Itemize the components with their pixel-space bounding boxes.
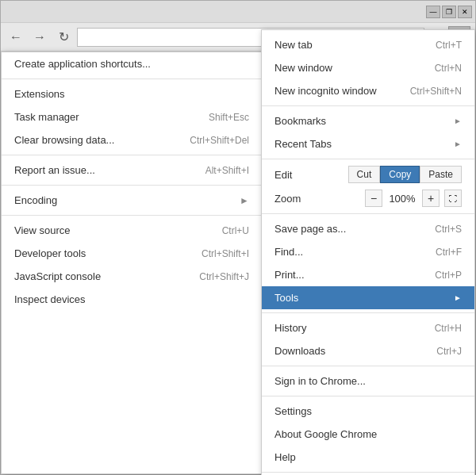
menu-shortcut: Ctrl+N xyxy=(435,63,462,74)
menu-item-new-window[interactable]: New window Ctrl+N xyxy=(262,56,474,79)
zoom-value: 100% xyxy=(387,193,417,205)
menu-item-label: History xyxy=(274,322,306,334)
left-submenu: Create application shortcuts... Extensio… xyxy=(1,52,263,474)
menu-item-report-issue[interactable]: Report an issue... Alt+Shift+I xyxy=(2,159,262,182)
zoom-out-button[interactable]: − xyxy=(365,190,382,207)
zoom-row: Zoom − 100% + ⛶ xyxy=(262,186,474,210)
menu-item-label: New tab xyxy=(274,39,313,51)
menu-item-downloads[interactable]: Downloads Ctrl+J xyxy=(262,339,474,362)
menu-item-new-incognito[interactable]: New incognito window Ctrl+Shift+N xyxy=(262,79,474,102)
edit-row: Edit Cut Copy Paste xyxy=(262,163,474,186)
menu-shortcut: Alt+Shift+I xyxy=(205,165,249,176)
menu-item-label: Encoding xyxy=(14,194,57,206)
menu-item-label: New window xyxy=(274,62,332,74)
menu-separator xyxy=(262,396,474,396)
menu-item-new-tab[interactable]: New tab Ctrl+T xyxy=(262,33,474,56)
menu-item-label: Sign in to Chrome... xyxy=(274,375,366,387)
menu-item-view-source[interactable]: View source Ctrl+U xyxy=(2,219,262,242)
submenu-arrow-icon: ► xyxy=(454,117,462,125)
menu-item-task-manager[interactable]: Task manager Shift+Esc xyxy=(2,105,262,128)
menu-separator xyxy=(2,185,262,186)
menu-item-help[interactable]: Help xyxy=(262,446,474,469)
menu-item-create-shortcuts[interactable]: Create application shortcuts... xyxy=(2,52,262,75)
window-controls: — ❐ ✕ xyxy=(426,6,472,18)
menu-item-settings[interactable]: Settings xyxy=(262,400,474,423)
cut-button[interactable]: Cut xyxy=(348,166,381,183)
menu-item-extensions[interactable]: Extensions xyxy=(2,82,262,105)
menu-separator xyxy=(262,159,474,159)
menu-item-label: Tools xyxy=(274,292,298,304)
menu-item-label: Print... xyxy=(274,269,305,281)
menu-item-label: Settings xyxy=(274,405,312,417)
right-menu: New tab Ctrl+T New window Ctrl+N New inc… xyxy=(261,29,475,475)
menu-item-javascript-console[interactable]: JavaScript console Ctrl+Shift+J xyxy=(2,265,262,288)
menu-shortcut: Ctrl+S xyxy=(435,224,462,235)
menu-separator xyxy=(262,213,474,214)
menu-item-label: Create application shortcuts... xyxy=(14,58,151,70)
submenu-arrow-icon: ► xyxy=(454,140,462,148)
minimize-button[interactable]: — xyxy=(426,6,440,18)
menu-item-inspect-devices[interactable]: Inspect devices xyxy=(2,288,262,311)
edit-label: Edit xyxy=(274,169,348,181)
menu-item-label: Inspect devices xyxy=(14,293,86,305)
menu-item-about[interactable]: About Google Chrome xyxy=(262,423,474,446)
menu-separator xyxy=(262,105,474,106)
menu-shortcut: Ctrl+U xyxy=(222,225,249,236)
fullscreen-button[interactable]: ⛶ xyxy=(444,190,462,207)
menu-item-label: View source xyxy=(14,224,71,236)
zoom-label: Zoom xyxy=(274,193,360,205)
menu-shortcut: Ctrl+T xyxy=(436,40,462,51)
menu-item-label: About Google Chrome xyxy=(274,428,377,440)
menu-shortcut: Ctrl+Shift+Del xyxy=(190,135,249,146)
menu-item-sign-in[interactable]: Sign in to Chrome... xyxy=(262,370,474,393)
menu-shortcut: Ctrl+Shift+N xyxy=(410,86,462,97)
menu-shortcut: Ctrl+P xyxy=(435,270,462,281)
back-button[interactable]: ← xyxy=(6,27,26,48)
submenu-arrow-icon: ► xyxy=(240,195,249,206)
paste-button[interactable]: Paste xyxy=(420,166,462,183)
menu-separator xyxy=(2,155,262,155)
menu-item-recent-tabs[interactable]: Recent Tabs ► xyxy=(262,132,474,155)
menu-separator xyxy=(262,366,474,366)
menu-item-label: Bookmarks xyxy=(274,115,326,127)
menu-item-label: Recent Tabs xyxy=(274,138,332,150)
menu-item-history[interactable]: History Ctrl+H xyxy=(262,316,474,339)
menu-item-label: Extensions xyxy=(14,88,65,100)
menu-item-label: Save page as... xyxy=(274,223,346,235)
menu-item-print[interactable]: Print... Ctrl+P xyxy=(262,263,474,286)
menu-item-label: JavaScript console xyxy=(14,270,101,282)
menu-item-label: Downloads xyxy=(274,345,325,357)
menu-item-encoding[interactable]: Encoding ► xyxy=(2,189,262,212)
menu-item-label: Task manager xyxy=(14,111,79,123)
menu-item-label: Help xyxy=(274,451,296,463)
menu-shortcut: Ctrl+H xyxy=(435,323,462,334)
menu-item-clear-browsing[interactable]: Clear browsing data... Ctrl+Shift+Del xyxy=(2,128,262,151)
reload-button[interactable]: ↻ xyxy=(53,27,74,48)
menu-item-label: Find... xyxy=(274,246,303,258)
menu-item-developer-tools[interactable]: Developer tools Ctrl+Shift+I xyxy=(2,242,262,265)
menu-item-label: Clear browsing data... xyxy=(14,134,114,146)
browser-window: — ❐ ✕ ← → ↻ ★ ≡ en your child is using U… xyxy=(0,0,476,475)
close-button[interactable]: ✕ xyxy=(458,6,472,18)
menu-shortcut: Ctrl+Shift+J xyxy=(199,271,249,282)
submenu-arrow-icon: ► xyxy=(454,293,462,302)
title-bar: — ❐ ✕ xyxy=(1,1,475,23)
menu-separator xyxy=(262,472,474,473)
copy-button[interactable]: Copy xyxy=(380,166,420,183)
menu-item-bookmarks[interactable]: Bookmarks ► xyxy=(262,109,474,132)
menu-separator xyxy=(2,79,262,79)
menu-separator xyxy=(2,215,262,216)
menu-shortcut: Ctrl+F xyxy=(436,247,462,258)
menu-separator xyxy=(262,312,474,313)
menu-shortcut: Ctrl+Shift+I xyxy=(202,248,249,259)
menu-item-label: Developer tools xyxy=(14,247,86,259)
menu-shortcut: Ctrl+J xyxy=(436,346,462,357)
menu-item-tools[interactable]: Tools ► xyxy=(262,286,474,309)
menu-item-save-page[interactable]: Save page as... Ctrl+S xyxy=(262,217,474,240)
menu-item-find[interactable]: Find... Ctrl+F xyxy=(262,240,474,263)
forward-button[interactable]: → xyxy=(29,27,50,48)
menu-item-label: New incognito window xyxy=(274,85,377,97)
menu-item-label: Report an issue... xyxy=(14,164,95,176)
maximize-button[interactable]: ❐ xyxy=(442,6,456,18)
zoom-in-button[interactable]: + xyxy=(422,190,440,207)
